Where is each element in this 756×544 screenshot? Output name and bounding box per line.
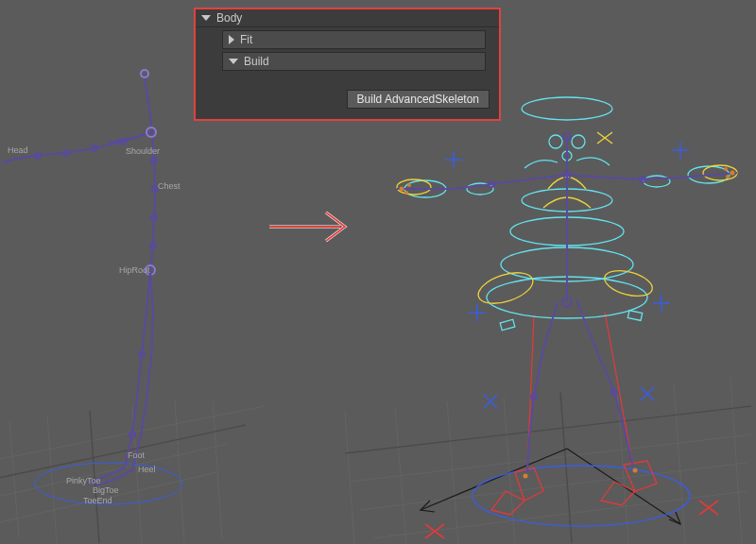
svg-text:Shoulder: Shoulder: [126, 146, 160, 156]
svg-point-98: [400, 187, 404, 192]
svg-line-40: [373, 491, 747, 538]
transition-arrow: [269, 212, 345, 241]
root-circle[interactable]: [472, 466, 690, 526]
svg-text:Head: Head: [8, 145, 28, 155]
svg-line-37: [359, 463, 747, 510]
grid-right: [345, 378, 751, 543]
body-section-label: Body: [216, 11, 242, 25]
svg-text:ToeEnd: ToeEnd: [83, 496, 112, 505]
body-section-header[interactable]: Body: [196, 9, 499, 27]
svg-line-42: [447, 401, 458, 543]
chevron-right-icon: [229, 35, 234, 44]
svg-text:Foot: Foot: [128, 450, 146, 460]
body-panel: Body Fit Build Build AdvancedSkeleton: [194, 8, 501, 121]
svg-line-48: [345, 411, 354, 543]
fit-section-label: Fit: [240, 33, 252, 46]
build-section-label: Build: [244, 55, 269, 68]
fit-skeleton[interactable]: [2, 70, 158, 486]
svg-line-49: [345, 406, 751, 453]
svg-text:Chest: Chest: [158, 181, 180, 191]
svg-line-4: [9, 420, 19, 538]
svg-rect-71: [500, 319, 515, 330]
svg-point-63: [522, 97, 612, 120]
chevron-down-icon: [201, 15, 211, 21]
svg-line-38: [350, 434, 751, 482]
svg-text:HipRoot: HipRoot: [119, 265, 150, 275]
svg-point-73: [474, 266, 537, 309]
svg-point-99: [407, 183, 411, 187]
svg-line-41: [395, 406, 406, 543]
grid-left: [0, 401, 265, 543]
svg-line-46: [674, 382, 685, 543]
chevron-down-icon: [229, 59, 238, 64]
build-section-header[interactable]: Build: [222, 52, 486, 71]
svg-point-104: [524, 474, 528, 479]
svg-point-103: [726, 175, 730, 178]
fit-section-header[interactable]: Fit: [222, 30, 486, 49]
build-advanced-skeleton-button[interactable]: Build AdvancedSkeleton: [347, 90, 490, 109]
svg-point-101: [730, 171, 735, 176]
svg-point-100: [404, 191, 408, 195]
svg-line-47: [730, 378, 742, 543]
svg-text:Heel: Heel: [138, 465, 156, 474]
built-skeleton[interactable]: [397, 133, 737, 472]
svg-text:BigToe: BigToe: [93, 485, 119, 495]
svg-line-50: [560, 392, 572, 543]
svg-point-105: [633, 468, 638, 473]
svg-line-10: [213, 401, 222, 538]
svg-text:PinkyToe: PinkyToe: [66, 476, 101, 485]
svg-point-64: [549, 135, 562, 148]
foot-controls[interactable]: [425, 312, 718, 538]
world-axes: [421, 449, 680, 524]
svg-point-65: [572, 135, 585, 148]
svg-rect-72: [627, 311, 642, 321]
svg-line-51: [421, 449, 567, 510]
svg-line-11: [0, 425, 246, 482]
svg-line-58: [605, 312, 633, 468]
svg-point-102: [724, 167, 728, 171]
svg-line-5: [47, 416, 57, 543]
